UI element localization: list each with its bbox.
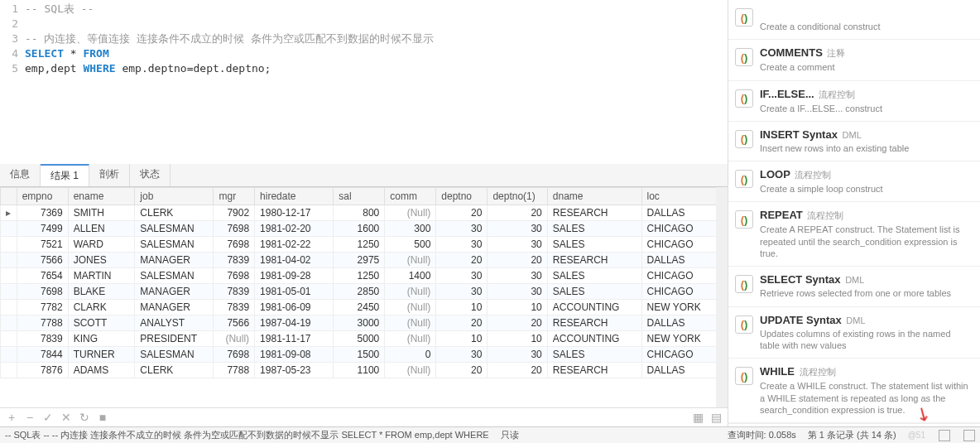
cell[interactable]: 1987-05-23 — [255, 363, 334, 378]
cell[interactable]: SALESMAN — [135, 347, 214, 363]
table-row[interactable]: 7782CLARKMANAGER78391981-06-092450(Null)… — [1, 300, 728, 315]
cell[interactable]: (Null) — [214, 331, 255, 347]
cell[interactable]: (Null) — [385, 253, 436, 268]
cell[interactable]: SALES — [547, 237, 641, 253]
col-header-deptno(1)[interactable]: deptno(1) — [488, 188, 547, 205]
grid-view-icon[interactable]: ▦ — [691, 411, 704, 424]
refresh-icon[interactable]: ↻ — [78, 411, 91, 424]
cell[interactable]: CHICAGO — [641, 221, 727, 237]
cell[interactable]: 7698 — [214, 347, 255, 363]
cell[interactable]: RESEARCH — [547, 363, 641, 378]
cell[interactable]: CLERK — [135, 205, 214, 221]
cell[interactable]: CHICAGO — [641, 237, 727, 253]
cell[interactable]: ADAMS — [68, 363, 135, 378]
scrollbar[interactable] — [716, 187, 728, 407]
cell[interactable]: ACCOUNTING — [547, 331, 641, 347]
cell[interactable]: 1981-04-02 — [255, 253, 334, 268]
cell[interactable]: CHICAGO — [641, 347, 727, 363]
table-row[interactable]: 7566JONESMANAGER78391981-04-022975(Null)… — [1, 253, 728, 268]
cell[interactable]: 7566 — [214, 315, 255, 331]
cell[interactable]: 1981-02-22 — [255, 237, 334, 253]
cell[interactable]: ALLEN — [68, 221, 135, 237]
tab-信息[interactable]: 信息 — [0, 164, 41, 186]
cell[interactable]: PRESIDENT — [135, 331, 214, 347]
col-header-hiredate[interactable]: hiredate — [255, 188, 334, 205]
snippet-item[interactable]: ()INSERT Syntax DMLInsert new rows into … — [728, 122, 980, 161]
cell[interactable]: 7521 — [17, 237, 68, 253]
cell[interactable]: 7876 — [17, 363, 68, 378]
tab-结果 1[interactable]: 结果 1 — [41, 164, 89, 186]
table-row[interactable]: 7788SCOTTANALYST75661987-04-193000(Null)… — [1, 315, 728, 331]
snippet-item[interactable]: ()REPEAT 流程控制Create A REPEAT construct. … — [728, 202, 980, 267]
cell[interactable]: 1250 — [334, 237, 385, 253]
cell[interactable]: MANAGER — [135, 253, 214, 268]
table-row[interactable]: 7876ADAMSCLERK77881987-05-231100(Null)20… — [1, 363, 728, 378]
cell[interactable]: 7698 — [214, 268, 255, 284]
cell[interactable]: 30 — [436, 268, 488, 284]
cell[interactable]: RESEARCH — [547, 315, 641, 331]
cell[interactable]: (Null) — [385, 363, 436, 378]
cell[interactable]: DALLAS — [641, 315, 727, 331]
cell[interactable]: 1981-11-17 — [255, 331, 334, 347]
layout-icon-1[interactable] — [939, 430, 950, 441]
col-header-ename[interactable]: ename — [68, 188, 135, 205]
snippet-item[interactable]: ()LOOP 流程控制Create a simple loop construc… — [728, 161, 980, 202]
cell[interactable]: WARD — [68, 237, 135, 253]
cell[interactable]: SALES — [547, 284, 641, 300]
code-line[interactable]: emp,dept WHERE emp.deptno=dept.deptno; — [25, 61, 271, 76]
cell[interactable]: 7839 — [214, 300, 255, 315]
cell[interactable]: 1500 — [334, 347, 385, 363]
cell[interactable]: MANAGER — [135, 300, 214, 315]
cell[interactable]: SALES — [547, 347, 641, 363]
cell[interactable]: JONES — [68, 253, 135, 268]
cell[interactable]: 20 — [436, 253, 488, 268]
cell[interactable]: 7839 — [214, 253, 255, 268]
table-row[interactable]: 7499ALLENSALESMAN76981981-02-20160030030… — [1, 221, 728, 237]
cell[interactable]: DALLAS — [641, 205, 727, 221]
cell[interactable]: 7654 — [17, 268, 68, 284]
table-row[interactable]: 7839KINGPRESIDENT(Null)1981-11-175000(Nu… — [1, 331, 728, 347]
cell[interactable]: BLAKE — [68, 284, 135, 300]
cell[interactable]: 7788 — [214, 363, 255, 378]
cell[interactable]: CHICAGO — [641, 284, 727, 300]
cell[interactable]: 1981-06-09 — [255, 300, 334, 315]
cell[interactable]: 3000 — [334, 315, 385, 331]
cell[interactable]: 20 — [488, 253, 547, 268]
col-header-job[interactable]: job — [135, 188, 214, 205]
col-header-mgr[interactable]: mgr — [214, 188, 255, 205]
snippet-item[interactable]: ()SELECT Syntax DMLRetrieve rows selecte… — [728, 267, 980, 306]
cell[interactable]: 10 — [436, 300, 488, 315]
cell[interactable]: CHICAGO — [641, 268, 727, 284]
cell[interactable]: SALESMAN — [135, 221, 214, 237]
cell[interactable]: 7902 — [214, 205, 255, 221]
col-header-sal[interactable]: sal — [334, 188, 385, 205]
cell[interactable]: 7839 — [214, 284, 255, 300]
delete-row-icon[interactable]: − — [23, 411, 36, 424]
cell[interactable]: 1987-04-19 — [255, 315, 334, 331]
cell[interactable]: NEW YORK — [641, 331, 727, 347]
cell[interactable]: 1100 — [334, 363, 385, 378]
cell[interactable]: 7839 — [17, 331, 68, 347]
cell[interactable]: 1980-12-17 — [255, 205, 334, 221]
col-header-deptno[interactable]: deptno — [436, 188, 488, 205]
snippet-item[interactable]: () Create a conditional construct — [728, 0, 980, 40]
cell[interactable]: 1981-09-08 — [255, 347, 334, 363]
code-line[interactable]: SELECT * FROM — [25, 46, 109, 61]
cell[interactable]: 7844 — [17, 347, 68, 363]
cell[interactable]: 30 — [436, 284, 488, 300]
tab-剖析[interactable]: 剖析 — [89, 164, 130, 186]
table-row[interactable]: 7844TURNERSALESMAN76981981-09-0815000303… — [1, 347, 728, 363]
cell[interactable]: 1250 — [334, 268, 385, 284]
col-header-dname[interactable]: dname — [547, 188, 641, 205]
cell[interactable]: 20 — [488, 315, 547, 331]
cell[interactable]: 7698 — [214, 237, 255, 253]
cell[interactable]: RESEARCH — [547, 205, 641, 221]
cell[interactable]: 1600 — [334, 221, 385, 237]
cell[interactable]: 20 — [436, 205, 488, 221]
cell[interactable]: SMITH — [68, 205, 135, 221]
snippet-item[interactable]: ()WHILE 流程控制Create a WHILE construct. Th… — [728, 359, 980, 423]
cell[interactable]: 1981-02-20 — [255, 221, 334, 237]
cell[interactable]: 20 — [436, 315, 488, 331]
code-line[interactable]: -- 内连接、等值连接 连接条件不成立的时候 条件为空或匹配不到数据的时候不显示 — [25, 31, 434, 46]
cell[interactable]: 2975 — [334, 253, 385, 268]
